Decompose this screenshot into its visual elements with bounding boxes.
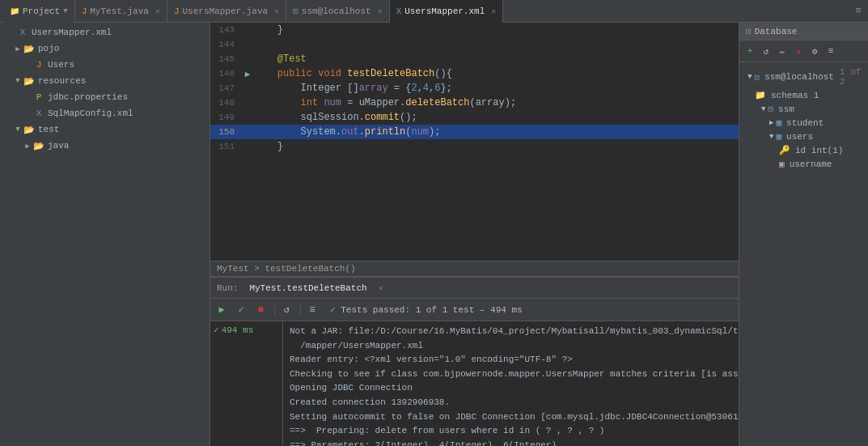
db-tree-item-username[interactable]: ▣ username (739, 157, 868, 171)
close-icon-4[interactable]: ✕ (491, 6, 496, 16)
line-content[interactable]: public void testDeleteBatch(){ (254, 68, 452, 79)
tab-usersmapper-java[interactable]: J UsersMapper.java ✕ (167, 0, 286, 23)
db-table-icon-2: ▦ (776, 131, 781, 142)
close-icon-3[interactable]: ✕ (378, 6, 383, 16)
java-file-icon: J (32, 58, 45, 71)
project-tree: X UsersMapper.xml ▶ 📂 pojo J Users (0, 23, 210, 155)
tree-item-usersmapper-xml[interactable]: X UsersMapper.xml (0, 24, 210, 40)
test-status: ✓ Tests passed: 1 of 1 test – 494 ms (330, 304, 523, 315)
db-settings-btn[interactable]: ⚙ (807, 44, 822, 58)
app-root: 📁 Project ▼ J MyTest.java ✕ J UsersMappe… (0, 0, 868, 446)
db-col-icon: 🔑 (779, 145, 790, 155)
line-content[interactable]: sqlSession.commit(); (254, 112, 417, 123)
close-icon[interactable]: ✕ (155, 6, 160, 16)
prop-file-icon: P (32, 91, 45, 104)
xml-file-icon-2: X (32, 107, 45, 120)
run-check-btn[interactable]: ✓ (233, 302, 249, 318)
code-line-146: 146 ▶ public void testDeleteBatch(){ (210, 66, 739, 81)
tree-item-java[interactable]: ▶ 📂 java (0, 138, 210, 154)
database-panel: ⊡ Database + ↺ ✏ ✕ ⚙ ≡ ▼ ⊡ ssm@localhost… (739, 23, 868, 446)
db-tree-item-ssm[interactable]: ▼ ⊟ ssm (739, 102, 868, 116)
tree-arrow-resources: ▼ (13, 77, 23, 85)
line-content[interactable]: } (254, 141, 283, 152)
db-schemas-icon: 📁 (755, 90, 766, 100)
run-stop-btn[interactable]: ■ (252, 302, 269, 318)
code-editor: 143 } 144 145 (210, 23, 739, 276)
run-tab-active[interactable]: MyTest.testDeleteBatch (243, 283, 373, 293)
folder-icon-resources: 📂 (23, 74, 36, 87)
db-tree-item-users[interactable]: ▼ ▦ users (739, 130, 868, 143)
tab-mytest[interactable]: J MyTest.java ✕ (75, 0, 167, 23)
tree-item-jdbc[interactable]: P jdbc.properties (0, 89, 210, 105)
db-more-btn[interactable]: ≡ (824, 44, 838, 58)
line-content[interactable]: Integer []array = {2,4,6}; (254, 83, 452, 94)
code-line-145: 145 @Test (210, 52, 739, 66)
xml-icon-tab: X (396, 6, 402, 16)
test-tree-item[interactable]: ✓ 494 ms (214, 325, 279, 335)
code-line-143: 143 } (210, 23, 739, 37)
line-content[interactable]: } (254, 24, 283, 36)
run-header: Run: MyTest.testDeleteBatch ✕ (210, 278, 739, 299)
line-number: 150 (210, 127, 241, 137)
log-line-3: Checking to see if class com.bjpowernode… (290, 367, 732, 382)
db-tree-item-id[interactable]: 🔑 id int(1) (739, 143, 868, 157)
gutter-run-icon[interactable]: ▶ (241, 69, 254, 79)
run-tab-close[interactable]: ✕ (379, 283, 383, 293)
main-layout: X UsersMapper.xml ▶ 📂 pojo J Users (0, 23, 868, 446)
line-content[interactable]: System.out.println(num); (254, 126, 440, 138)
line-content[interactable]: @Test (254, 53, 307, 65)
tree-item-resources[interactable]: ▼ 📂 resources (0, 73, 210, 89)
tab-project[interactable]: 📁 Project ▼ (3, 0, 75, 23)
line-number: 149 (210, 113, 241, 122)
line-number: 147 (210, 83, 241, 93)
test-tree: ✓ 494 ms (210, 321, 283, 446)
folder-icon-java: 📂 (32, 139, 45, 152)
tree-item-pojo[interactable]: ▶ 📂 pojo (0, 40, 210, 57)
tree-arrow-java: ▶ (23, 142, 32, 151)
db-users-arrow: ▼ (769, 133, 773, 141)
db-edit-btn[interactable]: ✏ (775, 44, 790, 58)
log-line-7: ==> Preparing: delete from users where i… (290, 424, 732, 439)
log-line-8: ==> Parameters: 2(Integer), 4(Integer), … (290, 439, 732, 446)
editor-run-split: 143 } 144 145 (210, 23, 739, 446)
log-line-4: Opening JDBC Connection (290, 381, 732, 396)
tree-item-test[interactable]: ▼ 📂 test (0, 121, 210, 138)
code-line-147: 147 Integer []array = {2,4,6}; (210, 81, 739, 96)
line-number: 151 (210, 142, 241, 151)
tree-arrow-pojo: ▶ (13, 45, 23, 53)
tab-arrow: ▼ (63, 7, 67, 15)
line-number: 145 (210, 54, 241, 64)
close-icon-2[interactable]: ✕ (274, 6, 279, 16)
tree-item-users[interactable]: J Users (0, 57, 210, 73)
db-tree-item-schemas[interactable]: 📁 schemas 1 (739, 88, 868, 102)
database-toolbar: + ↺ ✏ ✕ ⚙ ≡ (739, 40, 868, 62)
db-conn-arrow: ▼ (747, 73, 752, 81)
run-tree-btn[interactable]: ≡ (304, 302, 320, 318)
run-panel: Run: MyTest.testDeleteBatch ✕ ▶ ✓ ■ | ↺ … (210, 276, 739, 446)
folder-icon-pojo: 📂 (23, 42, 36, 55)
log-line-2: Reader entry: <?xml version="1.0" encodi… (290, 353, 732, 367)
tab-bar-more[interactable]: ≡ (849, 5, 868, 17)
run-toolbar: ▶ ✓ ■ | ↺ | ≡ ✓ Tests passed: 1 of 1 tes… (210, 299, 739, 321)
tab-ssm[interactable]: ⊡ ssm@localhost ✕ (286, 0, 389, 23)
db-tree-item-conn[interactable]: ▼ ⊡ ssm@localhost 1 of 2 (739, 66, 868, 88)
db-ssm-arrow: ▼ (761, 105, 765, 113)
tree-item-sqlmapconfig[interactable]: X SqlMapConfig.xml (0, 105, 210, 121)
db-tree-item-student[interactable]: ▶ ▦ student (739, 116, 868, 130)
project-icon: 📁 (10, 6, 19, 16)
db-table-icon: ▦ (776, 117, 781, 128)
log-line-6: Setting autocommit to false on JDBC Conn… (290, 410, 732, 425)
run-rerun-btn[interactable]: ↺ (278, 302, 294, 318)
line-number: 146 (210, 69, 241, 79)
run-output[interactable]: Not a JAR: file:/D:/Course/16.MyBatis/04… (283, 321, 739, 446)
db-refresh-btn[interactable]: ↺ (759, 44, 773, 58)
db-add-btn[interactable]: + (743, 44, 757, 58)
line-content[interactable]: int num = uMapper.deleteBatch(array); (254, 97, 516, 108)
tab-usersmapper-xml[interactable]: X UsersMapper.xml ✕ (390, 0, 504, 23)
db-student-arrow: ▶ (769, 118, 773, 127)
run-separator2: | (298, 304, 301, 316)
database-header: ⊡ Database (739, 23, 868, 40)
database-tree: ▼ ⊡ ssm@localhost 1 of 2 📁 schemas 1 ▼ ⊟… (739, 62, 868, 174)
db-delete-btn[interactable]: ✕ (791, 44, 806, 58)
run-play-btn[interactable]: ▶ (214, 302, 230, 318)
